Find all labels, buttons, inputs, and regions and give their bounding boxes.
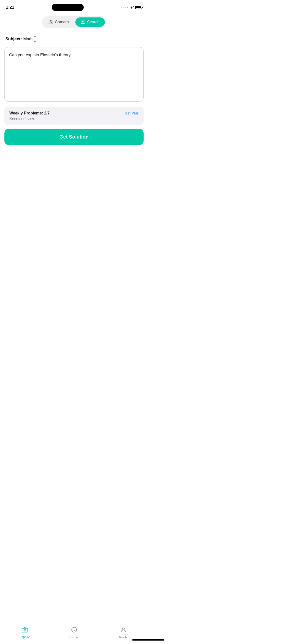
- wifi-icon: [130, 6, 134, 9]
- subject-value-text: Math: [23, 36, 33, 42]
- mode-toggle: Camera Search: [42, 16, 106, 28]
- keyboard-icon: [81, 20, 85, 24]
- weekly-problems-title: Weekly Problems: 2/7: [9, 111, 49, 116]
- get-plus-button[interactable]: Get Plus: [124, 111, 139, 115]
- signal-icon: [121, 7, 128, 8]
- subject-row: Subject: Math ⌃⌄: [0, 31, 148, 46]
- camera-mode-button[interactable]: Camera: [43, 18, 74, 27]
- question-input[interactable]: Can you explain Einstein's theory: [9, 52, 139, 96]
- status-icons: [121, 6, 142, 9]
- search-mode-button[interactable]: Search: [75, 18, 105, 27]
- dynamic-island: [52, 4, 84, 11]
- weekly-problems-banner: Weekly Problems: 2/7 Resets in 4 days Ge…: [4, 106, 144, 125]
- battery-icon: [135, 6, 142, 9]
- camera-icon: [49, 20, 53, 24]
- chevron-up-down-icon: ⌃⌄: [34, 35, 36, 43]
- search-label: Search: [87, 20, 100, 24]
- subject-selector[interactable]: Math ⌃⌄: [23, 35, 36, 43]
- weekly-problems-subtitle: Resets in 4 days: [9, 116, 49, 120]
- main-content: Camera Search Subject: Math ⌃⌄: [0, 13, 148, 177]
- status-time: 1:21: [6, 5, 14, 10]
- status-bar: 1:21: [0, 0, 148, 13]
- subject-label: Subject:: [5, 36, 22, 42]
- svg-point-0: [50, 22, 51, 23]
- get-solution-button[interactable]: Get Solution: [4, 129, 144, 145]
- question-input-container: Can you explain Einstein's theory: [4, 47, 144, 102]
- weekly-info: Weekly Problems: 2/7 Resets in 4 days: [9, 111, 49, 120]
- camera-label: Camera: [55, 20, 69, 24]
